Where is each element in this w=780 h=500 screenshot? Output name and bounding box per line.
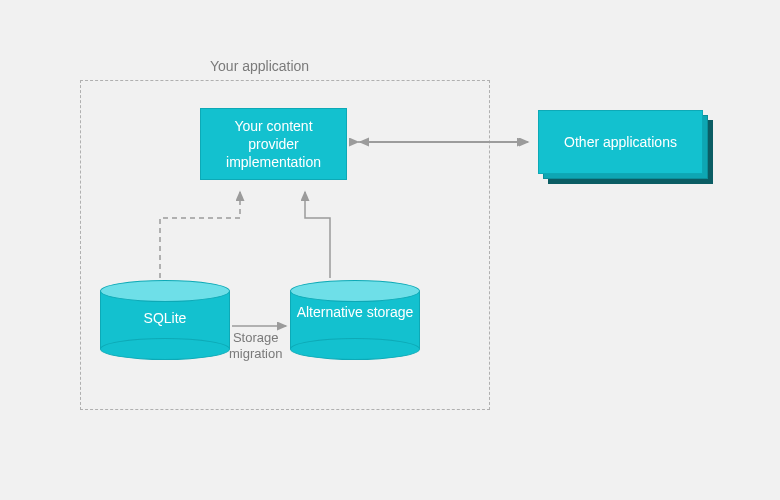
cylinder-top xyxy=(100,280,230,302)
cylinder-top xyxy=(290,280,420,302)
cylinder-bottom xyxy=(100,338,230,360)
alternative-storage-cylinder: Alternative storage xyxy=(290,280,420,360)
cylinder-bottom xyxy=(290,338,420,360)
sqlite-cylinder: SQLite xyxy=(100,280,230,360)
other-applications-label: Other applications xyxy=(564,133,677,151)
content-provider-box: Your content provider implementation xyxy=(200,108,347,180)
storage-migration-label: Storagemigration xyxy=(229,330,282,363)
sqlite-label: SQLite xyxy=(100,310,230,328)
content-provider-label: Your content provider implementation xyxy=(211,117,336,172)
other-applications-box: Other applications xyxy=(538,110,703,174)
application-container-label: Your application xyxy=(210,58,309,74)
alternative-storage-label: Alternative storage xyxy=(290,304,420,322)
